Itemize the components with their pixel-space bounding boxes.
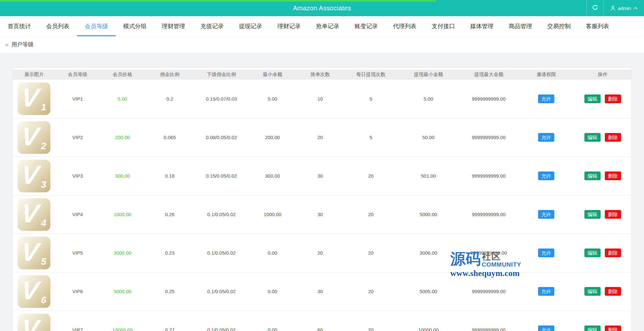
nav-tab[interactable]: 媒体管理 [463, 16, 501, 36]
nav-tab[interactable]: 充值记录 [193, 16, 231, 36]
table-header-row: 展示图片会员等级会员价格佣金比例下级佣金比例最小余额接单次数每日提现次数提现最小… [13, 70, 631, 80]
nav-tab-label: 理财管理 [162, 22, 185, 30]
edit-button[interactable]: 编辑 [584, 171, 601, 180]
nav-tab[interactable]: 支付接口 [424, 16, 463, 36]
vip-badge-letter: V [20, 199, 40, 228]
nav-tab[interactable]: 客服列表 [578, 16, 617, 36]
cell-commission: 0.23 [145, 234, 195, 272]
nav-tab[interactable]: 账变记录 [347, 16, 385, 36]
invite-allow-button[interactable]: 允许 [538, 248, 554, 257]
vip-badge-image: V 6 [17, 275, 51, 308]
delete-button[interactable]: 删除 [605, 133, 621, 142]
cell-withdraw-max: 99999999999.00 [459, 234, 519, 272]
delete-button[interactable]: 删除 [605, 171, 621, 180]
table-row: V 3 VIP3 300.00 0.18 0.15/0.05/0.02 300.… [13, 157, 631, 195]
table-row: V 5 VIP5 3000.00 0.23 0.1/0.05/0.02 0.00… [13, 234, 631, 272]
cell-daily-withdraw-count: 20 [344, 272, 398, 311]
nav-tab[interactable]: 会员列表 [39, 16, 77, 36]
invite-allow-button[interactable]: 允许 [538, 171, 554, 180]
levels-table: 展示图片会员等级会员价格佣金比例下级佣金比例最小余额接单次数每日提现次数提现最小… [13, 70, 631, 331]
cell-invite-permission: 允许 [519, 311, 574, 331]
edit-button[interactable]: 编辑 [584, 210, 601, 219]
cell-badge: V 2 [13, 118, 55, 157]
cell-sub-commission: 0.1/0.05/0.02 [195, 195, 248, 234]
header-controls: admin [586, 0, 644, 16]
delete-button[interactable]: 删除 [605, 210, 621, 219]
delete-button[interactable]: 删除 [605, 287, 621, 296]
levels-table-card: 展示图片会员等级会员价格佣金比例下级佣金比例最小余额接单次数每日提现次数提现最小… [12, 67, 632, 331]
invite-allow-button[interactable]: 允许 [538, 210, 554, 219]
edit-button[interactable]: 编辑 [584, 248, 601, 257]
edit-button[interactable]: 编辑 [584, 287, 601, 296]
nav-tab[interactable]: 商品管理 [501, 16, 540, 36]
edit-button[interactable]: 编辑 [584, 94, 601, 103]
cell-min-balance: 0.00 [248, 234, 297, 272]
cell-min-balance: 1000.00 [248, 195, 297, 234]
cell-commission: 0.25 [145, 272, 195, 311]
nav-tab[interactable]: 代理列表 [385, 16, 424, 36]
invite-allow-button[interactable]: 允许 [538, 287, 554, 296]
invite-allow-button[interactable]: 允许 [538, 325, 554, 331]
cell-actions: 编辑 删除 [574, 118, 631, 157]
cell-invite-permission: 允许 [519, 157, 574, 195]
top-progress-bar [0, 0, 436, 2]
edit-button[interactable]: 编辑 [584, 325, 601, 331]
cell-order-count: 20 [297, 118, 344, 157]
nav-tab[interactable]: 理财记录 [270, 16, 308, 36]
cell-badge: V 6 [13, 272, 55, 311]
table-row: V 6 VIP6 5000.00 0.25 0.1/0.05/0.02 0.00… [13, 272, 631, 311]
nav-tab[interactable]: 模式分组 [116, 16, 154, 36]
cell-price: 200.00 [100, 118, 145, 157]
nav-tab[interactable]: 提现记录 [231, 16, 270, 36]
cell-actions: 编辑 删除 [574, 311, 631, 331]
delete-button[interactable]: 删除 [605, 325, 621, 331]
vip-badge-image: V 7 [17, 314, 51, 331]
nav-tab[interactable]: 抢单记录 [308, 16, 347, 36]
cell-withdraw-min: 5005.00 [398, 272, 459, 311]
cell-withdraw-max: 9999999999.00 [459, 195, 519, 234]
nav-tab[interactable]: 交易控制 [540, 16, 578, 36]
column-header: 会员等级 [55, 70, 100, 80]
nav-tab-label: 账变记录 [355, 22, 378, 30]
nav-tab-label: 会员列表 [46, 22, 70, 30]
cell-invite-permission: 允许 [519, 80, 574, 118]
nav-tab[interactable]: 首页统计 [0, 16, 39, 36]
refresh-icon [592, 4, 598, 12]
cell-withdraw-min: 5000.00 [398, 195, 459, 234]
column-header: 展示图片 [13, 70, 55, 80]
invite-allow-button[interactable]: 允许 [538, 94, 554, 103]
invite-allow-button[interactable]: 允许 [538, 133, 554, 142]
nav-tab-label: 抢单记录 [316, 22, 339, 30]
delete-button[interactable]: 删除 [605, 248, 621, 257]
cell-min-balance: 0.00 [248, 311, 297, 331]
nav-tab[interactable]: 会员等级 [77, 16, 116, 36]
vip-badge-letter: V [20, 276, 40, 305]
cell-price: 5000.00 [100, 272, 145, 311]
cell-withdraw-max: 9999999999.00 [459, 157, 519, 195]
column-header: 最小余额 [248, 70, 297, 80]
vip-badge-number: 3 [41, 179, 46, 190]
cell-price: 5.00 [100, 80, 145, 118]
table-row: V 4 VIP4 1000.00 0.26 0.1/0.05/0.02 1000… [13, 195, 631, 234]
user-menu[interactable]: admin [604, 0, 644, 16]
cell-daily-withdraw-count: 5 [344, 80, 398, 118]
table-row: V 7 VIP7 10000.00 0.27 0.1/0.05/0.02 0.0… [13, 311, 631, 331]
cell-badge: V 3 [13, 157, 55, 195]
nav-tab-label: 模式分组 [123, 22, 147, 30]
cell-commission: 0.18 [145, 157, 195, 195]
cell-actions: 编辑 删除 [574, 80, 631, 118]
nav-tab-label: 充值记录 [201, 22, 224, 30]
cell-order-count: 30 [297, 195, 344, 234]
cell-commission: 0.26 [145, 195, 195, 234]
cell-invite-permission: 允许 [519, 195, 574, 234]
refresh-button[interactable] [587, 0, 604, 16]
breadcrumb: » 用户等级 [0, 36, 644, 53]
user-icon [610, 6, 615, 11]
nav-tab[interactable]: 理财管理 [154, 16, 193, 36]
cell-commission: 0.2 [145, 80, 195, 118]
delete-button[interactable]: 删除 [605, 94, 621, 103]
cell-min-balance: 5.00 [248, 80, 297, 118]
edit-button[interactable]: 编辑 [584, 133, 601, 142]
cell-level: VIP7 [55, 311, 100, 331]
cell-level: VIP3 [55, 157, 100, 195]
